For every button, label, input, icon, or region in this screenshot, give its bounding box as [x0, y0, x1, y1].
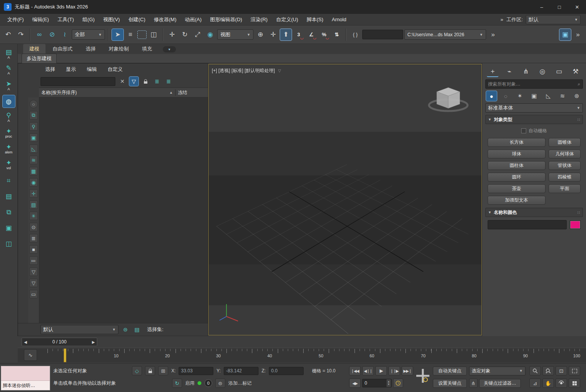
- use-center-flyout-icon[interactable]: ⊕: [255, 29, 266, 40]
- utilities-tab-icon[interactable]: ⚒: [570, 66, 581, 77]
- selection-lock-icon[interactable]: [145, 366, 155, 375]
- spinner-snap-toggle-icon[interactable]: ⇅: [331, 29, 343, 40]
- ribbon-tab-modeling[interactable]: 建模: [23, 44, 46, 54]
- render-frame-window-icon[interactable]: ▣: [559, 29, 571, 40]
- viewport-preview-icon[interactable]: ◍: [3, 95, 15, 108]
- layers-stack-icon[interactable]: ⊜: [121, 325, 130, 334]
- hierarchy-tab-icon[interactable]: ⋔: [520, 66, 532, 77]
- previous-frame-button-icon[interactable]: ◀❘❘: [362, 366, 374, 375]
- edit-named-selection-sets-icon[interactable]: { }: [350, 29, 361, 40]
- pyramid-button[interactable]: 四棱锥: [549, 173, 581, 182]
- play-animation-icon[interactable]: ▶: [375, 366, 387, 375]
- show-materials-filter-icon[interactable]: ✳: [29, 212, 38, 220]
- key-mode-toggle-icon[interactable]: ◀▶: [349, 379, 361, 388]
- layer-view-icon[interactable]: ≣: [164, 77, 173, 86]
- sphere-button[interactable]: 球体: [488, 150, 545, 158]
- window-split-icon[interactable]: ◫: [3, 237, 15, 250]
- show-geometry-filter-icon[interactable]: ⧉: [29, 111, 38, 119]
- menu-tools[interactable]: 工具(T): [53, 14, 78, 25]
- geometry-category-icon[interactable]: ●: [486, 91, 497, 101]
- explorer-menu-select[interactable]: 选择: [41, 64, 60, 74]
- box-button[interactable]: 长方体: [488, 138, 545, 147]
- add-time-tag-label[interactable]: 添加…标记: [228, 380, 252, 387]
- object-color-swatch[interactable]: [570, 220, 581, 229]
- time-slider[interactable]: ◀ 0 / 100 ▶: [22, 338, 97, 346]
- auto-key-button[interactable]: 自动关键点: [433, 367, 467, 375]
- menu-group[interactable]: 组(G): [78, 14, 99, 25]
- hierarchy-view-icon[interactable]: ≣: [152, 77, 162, 86]
- rectangular-selection-region-icon[interactable]: [137, 30, 147, 39]
- unlink-selection-icon[interactable]: ⊘: [46, 29, 58, 40]
- time-configuration-icon[interactable]: [393, 379, 403, 388]
- window-crossing-icon[interactable]: ◫: [148, 29, 159, 40]
- perspective-viewport[interactable]: [+] [透视] [标准] [默认明暗处理] ▽: [208, 64, 482, 335]
- lock-icon[interactable]: [141, 77, 150, 86]
- filter-funnel-icon[interactable]: ▽: [129, 77, 138, 86]
- list-view-icon[interactable]: ≣: [29, 234, 38, 242]
- select-and-scale-icon[interactable]: ⤢: [192, 29, 203, 40]
- show-groups-filter-icon[interactable]: ◉: [29, 178, 38, 187]
- show-containers-filter-icon[interactable]: ▤: [29, 200, 38, 209]
- key-filters-button[interactable]: 关键点过滤器…: [479, 379, 521, 388]
- viewcube[interactable]: [424, 81, 471, 120]
- menu-file[interactable]: 文件(F): [3, 14, 28, 25]
- explorer-search-input[interactable]: [41, 77, 115, 86]
- camera-clap-icon[interactable]: ▣: [3, 222, 15, 234]
- show-helpers-filter-icon[interactable]: ◺: [29, 145, 38, 153]
- set-key-button[interactable]: 设置关键点: [433, 379, 467, 388]
- show-shapes-filter-icon[interactable]: ▦: [29, 167, 38, 175]
- explorer-menu-display[interactable]: 显示: [61, 64, 81, 74]
- orbit-icon[interactable]: [556, 379, 567, 388]
- menu-overflow-icon[interactable]: »: [500, 17, 503, 22]
- reference-coordinate-dropdown[interactable]: 视图 ▼: [217, 29, 253, 40]
- viewport-label-text[interactable]: [+] [透视] [标准] [默认明暗处理]: [212, 67, 275, 74]
- mini-curve-editor-button[interactable]: ∿: [24, 349, 37, 361]
- show-all-filter-icon[interactable]: ○: [29, 100, 38, 108]
- motion-tab-icon[interactable]: ◎: [537, 66, 548, 77]
- next-frame-button-icon[interactable]: ❘❘▶: [388, 366, 400, 375]
- object-type-rollout[interactable]: ▼ 对象类型 ∷: [485, 115, 583, 124]
- torus-button[interactable]: 圆环: [488, 173, 545, 182]
- viewport-label[interactable]: [+] [透视] [标准] [默认明暗处理] ▽: [212, 67, 281, 74]
- zoom-extents-icon[interactable]: ⊡: [556, 366, 567, 375]
- y-coordinate-field[interactable]: -83.142: [224, 367, 258, 375]
- select-by-name-icon[interactable]: ≡: [125, 29, 136, 40]
- scene-object-list[interactable]: [39, 98, 208, 323]
- folder-icon[interactable]: ▭: [29, 290, 38, 298]
- menu-create[interactable]: 创建(C): [124, 14, 150, 25]
- solid-view-icon[interactable]: ■: [29, 245, 38, 254]
- frozen-column-header[interactable]: 冻结: [175, 89, 208, 96]
- use-pivot-point-center-icon[interactable]: ⬆: [280, 29, 292, 40]
- name-column-header[interactable]: 名称(按升序排序) ▲: [39, 89, 175, 96]
- go-to-start-icon[interactable]: ❘◀◀: [349, 366, 361, 375]
- ribbon-tab-freeform[interactable]: 自由形式: [46, 44, 79, 54]
- filter-icon[interactable]: ▽: [29, 268, 38, 276]
- create-tab-icon[interactable]: ＋: [487, 66, 498, 77]
- set-keys-button[interactable]: [415, 366, 431, 386]
- ribbon-collapse-button[interactable]: ▼: [163, 46, 176, 52]
- cylinder-button[interactable]: 圆柱体: [488, 161, 545, 170]
- bones-tool-icon[interactable]: ⌗: [3, 174, 15, 187]
- toolbar-overflow2-icon[interactable]: »: [572, 29, 584, 40]
- menu-edit[interactable]: 编辑(E): [28, 14, 53, 25]
- maximize-viewport-toggle-icon[interactable]: [569, 379, 580, 388]
- edit-script-a-icon[interactable]: ✎A: [3, 64, 15, 76]
- listener-pink-area[interactable]: [1, 366, 50, 380]
- autogrid-checkbox[interactable]: [521, 128, 526, 133]
- panel-search-field[interactable]: 搜索所有对象… ⌕: [485, 79, 583, 89]
- current-frame-spinner[interactable]: 0 ▲▼: [362, 379, 392, 387]
- track-bar[interactable]: 10 20 30 40 50 60 70 80 90 100: [18, 348, 586, 362]
- minimize-button[interactable]: –: [533, 0, 551, 14]
- go-to-end-icon[interactable]: ▶▶❘: [402, 366, 413, 375]
- alem-tool-icon[interactable]: ✦alem: [3, 143, 15, 155]
- clear-search-icon[interactable]: ✕: [118, 77, 127, 86]
- ribbon-tab-object-paint[interactable]: 对象绘制: [103, 44, 135, 54]
- plane-button[interactable]: 平面: [549, 184, 581, 193]
- object-name-input[interactable]: [488, 220, 567, 229]
- bind-to-spacewarp-icon[interactable]: ≀: [59, 29, 71, 40]
- layer-manager-icon[interactable]: ▤: [132, 325, 142, 334]
- proc-tool-icon[interactable]: ✦proc: [3, 127, 15, 139]
- menu-views[interactable]: 视图(V): [99, 14, 124, 25]
- tube-button[interactable]: 管状体: [549, 161, 581, 170]
- show-bones-filter-icon[interactable]: ✛: [29, 189, 38, 198]
